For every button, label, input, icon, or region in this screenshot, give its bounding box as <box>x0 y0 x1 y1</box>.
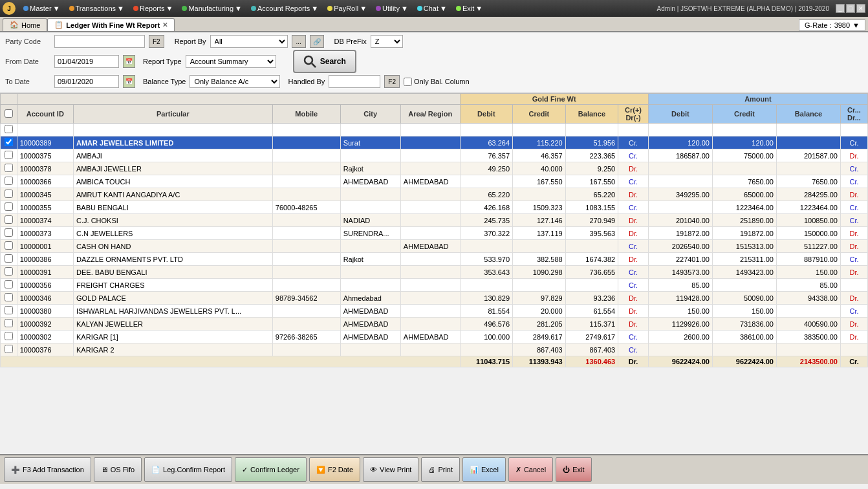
row-checkbox[interactable] <box>5 280 13 288</box>
th-amt-cr-dr[interactable]: Cr... Dr... <box>840 105 867 124</box>
table-row[interactable]: 10000391 DEE. BABU BENGALI 353.643 1090.… <box>1 266 868 279</box>
th-amt-balance[interactable]: Balance <box>776 105 840 124</box>
th-area-region[interactable]: Area/ Region <box>400 105 460 124</box>
search-button[interactable]: Search <box>293 50 356 73</box>
row-check-cell[interactable] <box>1 201 17 214</box>
table-row[interactable]: 10000376 KARIGAR 2 867.403 867.403 Cr. <box>1 343 868 356</box>
menu-exit[interactable]: Exit ▼ <box>452 3 486 14</box>
party-code-f2-btn[interactable]: F2 <box>149 35 164 48</box>
handled-by-input[interactable] <box>329 75 380 88</box>
row-check-cell[interactable] <box>1 227 17 240</box>
menu-utility[interactable]: Utility ▼ <box>372 3 412 14</box>
select-all-checkbox[interactable] <box>5 109 13 118</box>
row-check-cell[interactable] <box>1 318 17 331</box>
row-checkbox[interactable] <box>5 254 13 263</box>
table-row[interactable]: 10000375 AMBAJI 76.357 46.357 223.365 Cr… <box>1 149 868 162</box>
menu-payroll[interactable]: PayRoll ▼ <box>323 3 371 14</box>
th-account-id[interactable]: Account ID <box>17 105 73 124</box>
table-row[interactable]: 10000345 AMRUT KANTI AANGADIYA A/C 65.22… <box>1 188 868 201</box>
row-checkbox[interactable] <box>5 177 13 185</box>
report-by-icon-btn1[interactable]: ... <box>292 35 306 48</box>
maximize-btn[interactable]: □ <box>846 4 855 13</box>
to-date-calendar-btn[interactable]: 📅 <box>123 75 135 88</box>
table-row[interactable]: 10000366 AMBICA TOUCH AHMEDABAD AHMEDABA… <box>1 175 868 188</box>
row-check-cell[interactable] <box>1 136 17 149</box>
row-checkbox[interactable] <box>5 306 13 314</box>
th-gold-credit[interactable]: Credit <box>513 105 566 124</box>
minimize-btn[interactable]: _ <box>836 4 845 13</box>
th-amt-credit[interactable]: Credit <box>712 105 776 124</box>
excel-btn[interactable]: 📊 Excel <box>462 457 506 482</box>
tab-close-icon[interactable]: ✕ <box>162 21 168 28</box>
row-check-cell[interactable] <box>1 162 17 175</box>
row-checkbox[interactable] <box>5 228 13 237</box>
row-checkbox[interactable] <box>5 202 13 211</box>
table-row[interactable]: 10000001 CASH ON HAND AHMEDABAD Cr. 2026… <box>1 240 868 253</box>
add-transaction-btn[interactable]: ➕ F3 Add Transaction <box>4 457 91 482</box>
table-row[interactable]: 10000355 BABU BENGALI 76000-48265 426.16… <box>1 201 868 214</box>
table-row[interactable]: 10000302 KARIGAR [1] 97266-38265 AHMEDAB… <box>1 331 868 343</box>
row-check-cell[interactable] <box>1 214 17 227</box>
to-date-input[interactable] <box>54 75 119 88</box>
table-row[interactable]: 10000374 C.J. CHOKSI NADIAD 245.735 127.… <box>1 214 868 227</box>
th-cr-dr[interactable]: Cr(+) Dr(-) <box>618 105 649 124</box>
row-checkbox[interactable] <box>5 332 13 340</box>
row-checkbox[interactable] <box>5 319 13 327</box>
row-checkbox[interactable] <box>5 190 13 198</box>
table-row[interactable]: 10000378 AMBAJI JEWELLER Rajkot 49.250 4… <box>1 162 868 175</box>
row-checkbox[interactable] <box>5 151 13 159</box>
th-particular[interactable]: Particular <box>74 105 273 124</box>
table-row[interactable]: 10000356 FREIGHT CHARGES Cr. 85.00 85.00 <box>1 279 868 292</box>
row-checkbox[interactable] <box>5 125 13 133</box>
report-by-icon-btn2[interactable]: 🔗 <box>310 35 324 48</box>
row-check-cell[interactable] <box>1 343 17 356</box>
row-check-cell[interactable] <box>1 279 17 292</box>
row-check-cell[interactable] <box>1 292 17 305</box>
table-row[interactable]: 10000389 AMAR JEWELLERS LIMITED Surat 63… <box>1 136 868 149</box>
print-btn[interactable]: 🖨 Print <box>421 457 460 482</box>
party-code-input[interactable] <box>54 35 145 48</box>
row-check-cell[interactable] <box>1 149 17 162</box>
row-checkbox[interactable] <box>5 138 13 146</box>
row-check-cell[interactable] <box>1 266 17 279</box>
db-prefix-select[interactable]: Z <box>371 35 403 48</box>
report-type-select[interactable]: Account Summary <box>186 55 276 68</box>
table-row[interactable] <box>1 124 868 136</box>
th-amt-debit[interactable]: Debit <box>648 105 712 124</box>
f2-date-btn[interactable]: 🔽 F2 Date <box>309 457 360 482</box>
row-check-cell[interactable] <box>1 253 17 266</box>
menu-reports[interactable]: Reports ▼ <box>129 3 177 14</box>
balance-type-select[interactable]: Only Balance A/c <box>190 75 280 88</box>
table-row[interactable]: 10000380 ISHWARLAL HARJIVANDAS JEWELLERS… <box>1 305 868 318</box>
leg-confirm-btn[interactable]: 📄 Leg.Confirm Report <box>144 457 232 482</box>
row-checkbox[interactable] <box>5 241 13 250</box>
row-check-cell[interactable] <box>1 240 17 253</box>
row-checkbox[interactable] <box>5 293 13 301</box>
exit-btn[interactable]: ⏻ Exit <box>556 457 591 482</box>
menu-account-reports[interactable]: Account Reports ▼ <box>247 3 322 14</box>
table-row[interactable]: 10000386 DAZZLE ORNAMENTS PVT. LTD Rajko… <box>1 253 868 266</box>
menu-chat[interactable]: Chat ▼ <box>413 3 451 14</box>
menu-transactions[interactable]: Transactions ▼ <box>65 3 128 14</box>
row-check-cell[interactable] <box>1 188 17 201</box>
table-row[interactable]: 10000373 C.N JEWELLERS SURENDRA... 370.3… <box>1 227 868 240</box>
view-print-btn[interactable]: 👁 View Print <box>363 457 418 482</box>
from-date-input[interactable] <box>54 55 119 68</box>
tab-home[interactable]: 🏠 Home <box>3 18 47 31</box>
tab-ledger-report[interactable]: 📋 Ledger With Fine Wt Report ✕ <box>47 18 175 31</box>
os-fifo-btn[interactable]: 🖥 OS Fifo <box>94 457 142 482</box>
th-city[interactable]: City <box>340 105 400 124</box>
cancel-btn[interactable]: ✗ Cancel <box>508 457 553 482</box>
row-checkbox[interactable] <box>5 267 13 276</box>
report-by-select[interactable]: All <box>210 35 288 48</box>
row-checkbox[interactable] <box>5 215 13 224</box>
table-row[interactable]: 10000346 GOLD PALACE 98789-34562 Ahmedab… <box>1 292 868 305</box>
table-row[interactable]: 10000392 KALYAN JEWELLER AHMEDABAD 496.5… <box>1 318 868 331</box>
grate-dropdown[interactable]: ▼ <box>852 21 860 29</box>
row-checkbox[interactable] <box>5 164 13 172</box>
row-check-cell[interactable] <box>1 331 17 343</box>
row-check-cell[interactable] <box>1 175 17 188</box>
row-check-cell[interactable] <box>1 305 17 318</box>
menu-manufacturing[interactable]: Manufacturing ▼ <box>178 3 246 14</box>
from-date-calendar-btn[interactable]: 📅 <box>123 55 135 68</box>
